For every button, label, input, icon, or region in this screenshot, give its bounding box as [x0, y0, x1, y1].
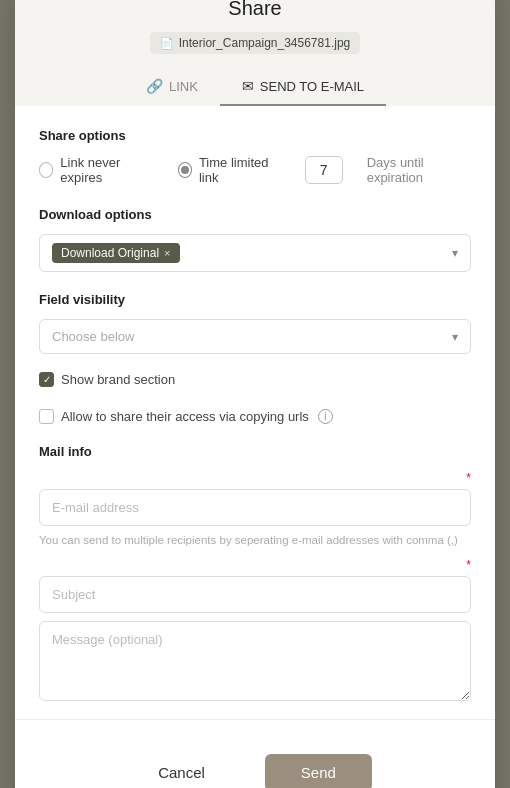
checkboxes-row: ✓ Show brand section Allow to share thei…: [39, 372, 471, 424]
footer-divider: [15, 719, 495, 720]
mail-info-label: Mail info: [39, 444, 471, 459]
tag-label: Download Original: [61, 246, 159, 260]
message-textarea[interactable]: [39, 621, 471, 701]
subject-required-mark: *: [39, 558, 471, 572]
share-options-group: Link never expires Time limited link Day…: [39, 155, 471, 185]
close-button[interactable]: ×: [470, 0, 479, 5]
radio-circle-limited: [178, 162, 192, 178]
tab-send-email[interactable]: ✉ SEND TO E-MAIL: [220, 68, 386, 106]
radio-limited-label: Time limited link: [199, 155, 281, 185]
tab-bar: 🔗 LINK ✉ SEND TO E-MAIL: [35, 68, 475, 106]
email-required-mark: *: [39, 471, 471, 485]
tag-close-icon[interactable]: ×: [164, 247, 170, 259]
modal-footer: Cancel Send: [15, 736, 495, 788]
show-brand-label: Show brand section: [61, 372, 175, 387]
radio-circle-never: [39, 162, 53, 178]
field-visibility-arrow: ▾: [452, 330, 458, 344]
tab-link[interactable]: 🔗 LINK: [124, 68, 220, 106]
send-button[interactable]: Send: [265, 754, 372, 788]
download-options-label: Download options: [39, 207, 471, 222]
email-helper-text: You can send to multiple recipients by s…: [39, 534, 471, 546]
download-dropdown-arrow: ▾: [452, 246, 458, 260]
allow-share-label: Allow to share their access via copying …: [61, 409, 309, 424]
email-input[interactable]: [39, 489, 471, 526]
modal-title: Share: [35, 0, 475, 20]
download-options-section: Download options Download Original × ▾: [39, 207, 471, 272]
allow-share-checkbox-box: [39, 409, 54, 424]
download-original-tag: Download Original ×: [52, 243, 180, 263]
file-badge: 📄 Interior_Campaign_3456781.jpg: [150, 32, 360, 54]
file-icon: 📄: [160, 37, 174, 50]
modal-body: Share options Link never expires Time li…: [15, 106, 495, 705]
days-label: Days until expiration: [367, 155, 471, 185]
allow-share-checkbox[interactable]: Allow to share their access via copying …: [39, 409, 333, 424]
show-brand-checkbox[interactable]: ✓ Show brand section: [39, 372, 175, 387]
field-visibility-dropdown[interactable]: Choose below ▾: [39, 319, 471, 354]
radio-dot: [181, 166, 189, 174]
radio-never-expires[interactable]: Link never expires: [39, 155, 154, 185]
field-visibility-section: Field visibility Choose below ▾: [39, 292, 471, 354]
cancel-button[interactable]: Cancel: [138, 756, 225, 788]
field-visibility-placeholder: Choose below: [52, 329, 134, 344]
radio-never-label: Link never expires: [60, 155, 153, 185]
info-icon[interactable]: i: [318, 409, 333, 424]
download-options-dropdown[interactable]: Download Original × ▾: [39, 234, 471, 272]
checkmark-icon: ✓: [43, 375, 51, 385]
radio-time-limited[interactable]: Time limited link: [178, 155, 281, 185]
mail-info-section: Mail info * You can send to multiple rec…: [39, 444, 471, 705]
email-icon: ✉: [242, 78, 254, 94]
field-visibility-label: Field visibility: [39, 292, 471, 307]
share-modal: × Share 📄 Interior_Campaign_3456781.jpg …: [15, 0, 495, 788]
file-name: Interior_Campaign_3456781.jpg: [179, 36, 350, 50]
modal-header: × Share 📄 Interior_Campaign_3456781.jpg …: [15, 0, 495, 106]
show-brand-checkbox-box: ✓: [39, 372, 54, 387]
share-options-label: Share options: [39, 128, 471, 143]
subject-input[interactable]: [39, 576, 471, 613]
days-input[interactable]: [305, 156, 343, 184]
link-icon: 🔗: [146, 78, 163, 94]
